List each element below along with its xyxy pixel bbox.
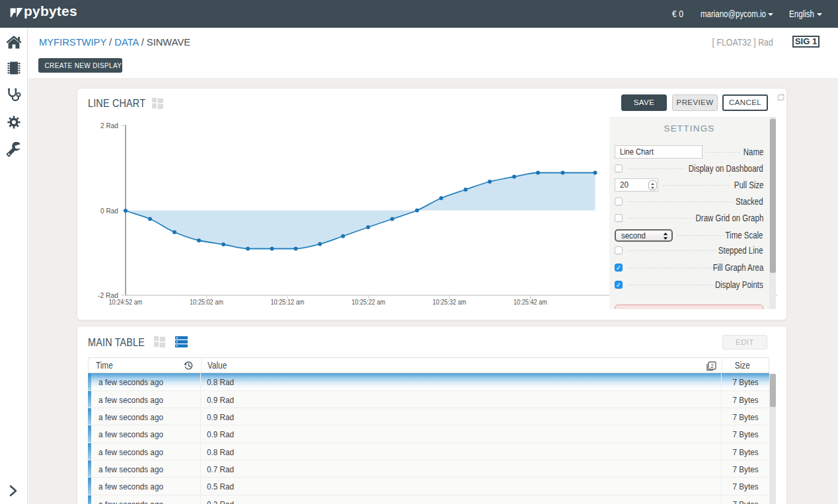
svg-text:2: 2 bbox=[710, 363, 714, 369]
svg-text:2 Rad: 2 Rad bbox=[100, 122, 118, 129]
svg-text:10:25:42 am: 10:25:42 am bbox=[514, 298, 547, 306]
svg-text:0 Rad: 0 Rad bbox=[100, 207, 118, 215]
svg-text:10:25:02 am: 10:25:02 am bbox=[190, 298, 223, 306]
svg-text:10:25:32 am: 10:25:32 am bbox=[433, 298, 467, 306]
svg-text:10:25:12 am: 10:25:12 am bbox=[271, 298, 305, 306]
svg-text:10:24:52 am: 10:24:52 am bbox=[109, 298, 143, 306]
svg-text:10:25:22 am: 10:25:22 am bbox=[352, 298, 385, 306]
